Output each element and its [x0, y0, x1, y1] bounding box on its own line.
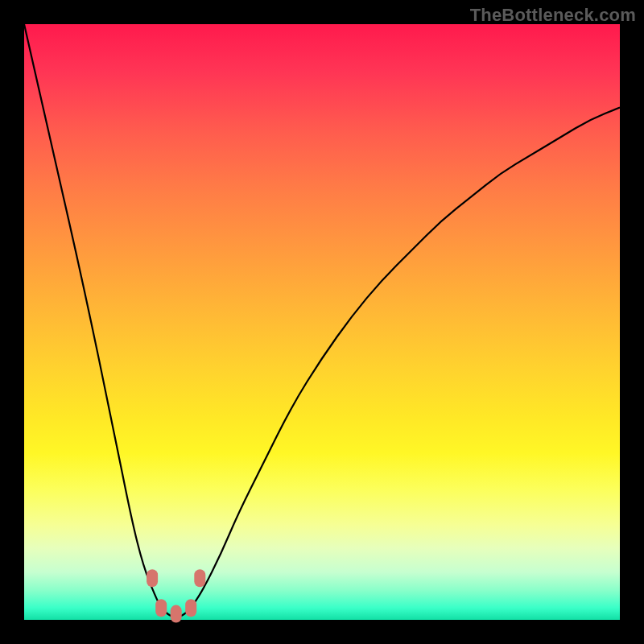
bottleneck-curve	[24, 24, 620, 617]
plot-area	[24, 24, 620, 620]
curve-marker	[194, 569, 205, 587]
chart-frame: TheBottleneck.com	[0, 0, 644, 644]
watermark-text: TheBottleneck.com	[470, 5, 636, 26]
curve-marker	[171, 605, 182, 623]
curve-marker	[155, 599, 167, 617]
curve-svg	[24, 24, 620, 620]
curve-marker	[185, 599, 196, 617]
curve-marker	[147, 569, 158, 587]
